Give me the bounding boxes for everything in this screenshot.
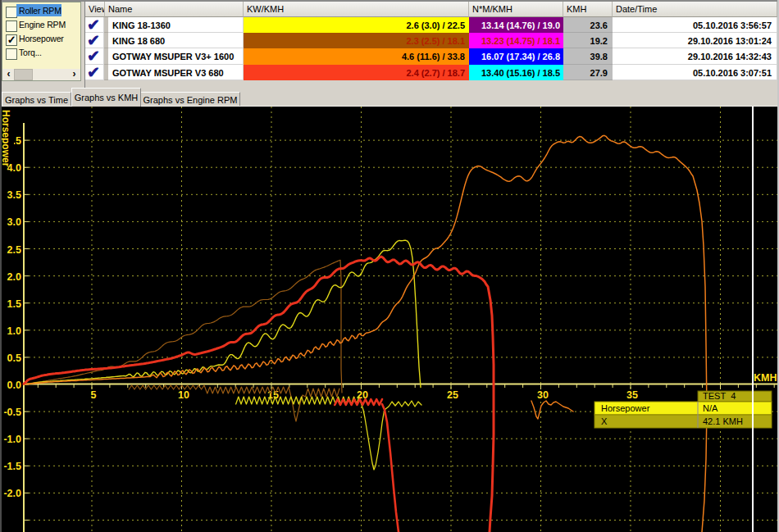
svg-text:42.1 KMH: 42.1 KMH [703, 416, 743, 426]
svg-text:-1.0: -1.0 [3, 434, 21, 445]
svg-text:30: 30 [537, 389, 549, 401]
svg-text:1.0: 1.0 [7, 325, 21, 337]
svg-text:2.0: 2.0 [7, 271, 21, 283]
svg-text:X: X [601, 416, 608, 426]
svg-text:0.5: 0.5 [7, 352, 21, 364]
svg-text:Horsepower: Horsepower [601, 403, 650, 413]
svg-text:25: 25 [447, 389, 458, 401]
svg-text:10: 10 [178, 389, 189, 401]
svg-text:35: 35 [626, 389, 638, 401]
svg-text:Horsepower: Horsepower [0, 110, 11, 167]
svg-text:N/A: N/A [703, 403, 718, 413]
svg-text:0.0: 0.0 [7, 380, 21, 391]
svg-text:-2.0: -2.0 [3, 488, 21, 499]
svg-text:-0.5: -0.5 [3, 407, 21, 418]
svg-text:1.5: 1.5 [7, 298, 21, 310]
svg-text:3.0: 3.0 [7, 216, 21, 228]
svg-text:2.5: 2.5 [7, 244, 21, 256]
svg-text:-1.5: -1.5 [3, 461, 21, 472]
svg-text:TEST 4: TEST 4 [703, 391, 736, 401]
svg-text:3.5: 3.5 [7, 189, 21, 201]
svg-text:KMH: KMH [754, 372, 777, 384]
svg-text:5: 5 [91, 389, 97, 401]
